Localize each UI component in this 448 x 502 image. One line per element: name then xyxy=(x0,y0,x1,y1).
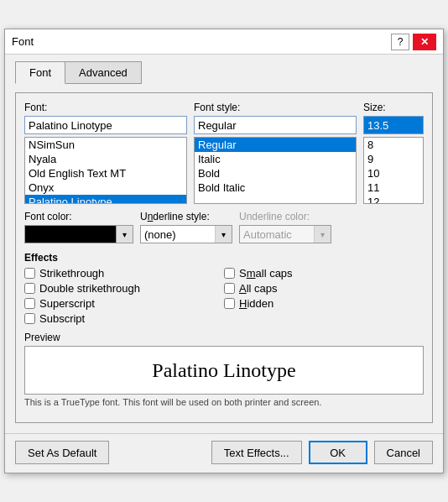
close-button[interactable]: ✕ xyxy=(413,34,436,50)
list-item[interactable]: Old English Text MT xyxy=(25,166,186,180)
underline-style-select[interactable]: (none) ▾ xyxy=(140,225,232,243)
fields-row-top: Font: NSimSun Nyala Old English Text MT … xyxy=(24,102,424,204)
strikethrough-label: Strikethrough xyxy=(39,267,104,280)
effects-title: Effects xyxy=(24,252,424,264)
list-item[interactable]: 10 xyxy=(364,166,423,180)
list-item[interactable]: Onyx xyxy=(25,180,186,195)
all-caps-label: All caps xyxy=(239,282,278,295)
superscript-checkbox-label[interactable]: Superscript xyxy=(24,297,224,310)
preview-box: Palatino Linotype xyxy=(24,346,424,395)
font-name-input[interactable] xyxy=(24,116,187,134)
tab-strip: Font Advanced xyxy=(15,61,433,84)
cancel-button[interactable]: Cancel xyxy=(374,441,433,464)
lower-fields-row: Font color: ▾ Underline style: (none) ▾ xyxy=(24,211,424,243)
small-caps-label: Small caps xyxy=(239,267,293,280)
set-as-default-button[interactable]: Set As Default xyxy=(15,441,109,464)
font-size-group: Size: 8 9 10 11 12 xyxy=(363,102,424,204)
preview-text: Palatino Linotype xyxy=(152,359,295,382)
all-caps-checkbox[interactable] xyxy=(224,283,235,294)
tab-advanced[interactable]: Advanced xyxy=(65,61,142,84)
dialog-title: Font xyxy=(12,35,34,48)
superscript-checkbox[interactable] xyxy=(24,298,35,309)
tab-panel: Font: NSimSun Nyala Old English Text MT … xyxy=(15,92,433,423)
underline-style-arrow: ▾ xyxy=(215,226,232,243)
underline-color-group: Underline color: Automatic ▾ xyxy=(239,211,331,243)
font-size-listbox[interactable]: 8 9 10 11 12 xyxy=(363,137,424,204)
superscript-label: Superscript xyxy=(39,297,95,310)
list-item-bold-italic[interactable]: Bold Italic xyxy=(195,180,356,195)
title-bar: Font ? ✕ xyxy=(5,29,443,55)
underline-color-label: Underline color: xyxy=(239,211,331,222)
ok-button[interactable]: OK xyxy=(309,441,367,464)
hidden-label: Hidden xyxy=(239,297,273,310)
font-color-button[interactable]: ▾ xyxy=(24,225,133,243)
dialog-content: Font Advanced Font: NSimSun Nyala Old En… xyxy=(5,55,443,433)
strikethrough-checkbox[interactable] xyxy=(24,268,35,279)
subscript-label: Subscript xyxy=(39,312,85,325)
subscript-checkbox-label[interactable]: Subscript xyxy=(24,312,224,325)
effects-section: Effects Strikethrough Small caps Double … xyxy=(24,252,424,325)
list-item[interactable]: 8 xyxy=(364,138,423,152)
dialog-buttons: Set As Default Text Effects... OK Cancel xyxy=(5,433,443,473)
list-item-selected[interactable]: Palatino Linotype xyxy=(25,195,186,204)
font-color-label: Font color: xyxy=(24,211,133,222)
title-bar-controls: ? ✕ xyxy=(391,34,436,50)
tab-font[interactable]: Font xyxy=(15,61,65,84)
strikethrough-checkbox-label[interactable]: Strikethrough xyxy=(24,267,224,280)
list-item[interactable]: 9 xyxy=(364,152,423,166)
font-size-input[interactable] xyxy=(363,116,424,134)
font-name-listbox[interactable]: NSimSun Nyala Old English Text MT Onyx P… xyxy=(24,137,187,204)
font-name-listbox-container: NSimSun Nyala Old English Text MT Onyx P… xyxy=(24,137,187,204)
underline-color-arrow: ▾ xyxy=(314,226,331,243)
preview-description: This is a TrueType font. This font will … xyxy=(24,397,424,407)
preview-section: Preview Palatino Linotype This is a True… xyxy=(24,332,424,407)
underline-style-label: Underline style: xyxy=(140,211,232,222)
list-item[interactable]: NSimSun xyxy=(25,138,186,152)
font-style-input[interactable] xyxy=(194,116,357,134)
font-dialog: Font ? ✕ Font Advanced Font: NSimSun xyxy=(4,29,444,473)
list-item[interactable]: 12 xyxy=(364,195,423,204)
underline-style-value: (none) xyxy=(144,228,176,241)
underline-color-select: Automatic ▾ xyxy=(239,225,331,243)
effects-grid: Strikethrough Small caps Double striketh… xyxy=(24,267,424,325)
list-item-italic[interactable]: Italic xyxy=(195,152,356,166)
color-swatch xyxy=(25,226,116,243)
double-strikethrough-checkbox-label[interactable]: Double strikethrough xyxy=(24,282,224,295)
list-item[interactable]: Nyala xyxy=(25,152,186,166)
small-caps-checkbox[interactable] xyxy=(224,268,235,279)
button-group-right: Text Effects... OK Cancel xyxy=(211,441,433,464)
help-button[interactable]: ? xyxy=(391,34,409,50)
list-item[interactable]: 11 xyxy=(364,180,423,195)
double-strikethrough-checkbox[interactable] xyxy=(24,283,35,294)
double-strikethrough-label: Double strikethrough xyxy=(39,282,140,295)
font-style-label: Font style: xyxy=(194,102,357,113)
font-style-group: Font style: Regular Italic Bold Bold Ita… xyxy=(194,102,357,204)
preview-title: Preview xyxy=(24,332,424,343)
font-size-label: Size: xyxy=(363,102,424,113)
subscript-checkbox[interactable] xyxy=(24,313,35,324)
all-caps-checkbox-label[interactable]: All caps xyxy=(224,282,424,295)
small-caps-checkbox-label[interactable]: Small caps xyxy=(224,267,424,280)
list-item-bold[interactable]: Bold xyxy=(195,166,356,180)
font-color-group: Font color: ▾ xyxy=(24,211,133,243)
underline-style-group: Underline style: (none) ▾ xyxy=(140,211,232,243)
hidden-checkbox[interactable] xyxy=(224,298,235,309)
font-style-listbox[interactable]: Regular Italic Bold Bold Italic xyxy=(194,137,357,204)
color-dropdown-arrow: ▾ xyxy=(116,226,133,243)
font-name-group: Font: NSimSun Nyala Old English Text MT … xyxy=(24,102,187,204)
underline-color-value: Automatic xyxy=(243,228,292,241)
hidden-checkbox-label[interactable]: Hidden xyxy=(224,297,424,310)
font-name-label: Font: xyxy=(24,102,187,113)
list-item-regular[interactable]: Regular xyxy=(195,138,356,152)
text-effects-button[interactable]: Text Effects... xyxy=(211,441,302,464)
